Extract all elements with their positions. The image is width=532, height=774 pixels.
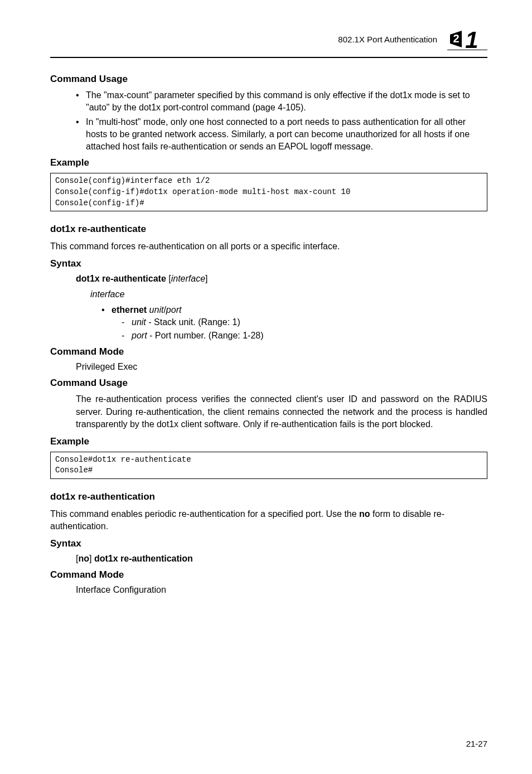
body-text: This command enables periodic re-authent…: [50, 508, 487, 533]
interface-label: interface: [50, 289, 487, 299]
header-title: 802.1X Port Authentication: [338, 35, 437, 44]
ethernet-unit: unit: [149, 305, 164, 315]
section-heading-example: Example: [50, 157, 487, 168]
list-item: ethernet unit/port unit - Stack unit. (R…: [101, 304, 487, 342]
port-label: port: [132, 331, 147, 340]
command-usage-list: The "max-count" parameter specified by t…: [50, 89, 487, 153]
body-text: This command forces re-authentication on…: [50, 240, 487, 253]
ethernet-keyword: ethernet: [112, 305, 147, 315]
interface-options-list: ethernet unit/port unit - Stack unit. (R…: [50, 304, 487, 342]
list-item: unit - Stack unit. (Range: 1): [122, 316, 487, 328]
ethernet-sublist: unit - Stack unit. (Range: 1) port - Por…: [112, 316, 487, 342]
syntax-command: dot1x re-authenticate: [76, 274, 166, 283]
unit-desc: - Stack unit. (Range: 1): [146, 317, 240, 327]
unit-label: unit: [132, 317, 146, 327]
list-item: The "max-count" parameter specified by t…: [76, 89, 487, 114]
list-item: In "multi-host" mode, only one host conn…: [76, 116, 487, 153]
syntax-no: no: [78, 554, 89, 563]
chapter-badge-icon: 2 1: [447, 28, 487, 50]
svg-text:1: 1: [465, 28, 478, 50]
page-header: 802.1X Port Authentication 2 1: [50, 28, 487, 50]
syntax-close-bracket: ]: [89, 554, 94, 563]
desc-no: no: [359, 509, 370, 519]
command-mode-value: Interface Configuration: [50, 585, 487, 595]
list-item: port - Port number. (Range: 1-28): [122, 330, 487, 342]
section-heading-command-mode: Command Mode: [50, 346, 487, 357]
syntax-line: [no] dot1x re-authentication: [50, 554, 487, 564]
syntax-arg: interface: [171, 274, 205, 283]
section-heading-reauthentication: dot1x re-authentication: [50, 491, 487, 502]
syntax-bracket: ]: [205, 274, 207, 283]
section-heading-command-usage: Command Usage: [50, 378, 487, 389]
section-heading-reauthenticate: dot1x re-authenticate: [50, 224, 487, 235]
desc-pre: This command enables periodic re-authent…: [50, 509, 359, 519]
section-heading-example: Example: [50, 436, 487, 447]
svg-text:2: 2: [453, 32, 459, 45]
command-mode-value: Privileged Exec: [50, 362, 487, 372]
section-heading-syntax: Syntax: [50, 258, 487, 269]
code-block: Console#dot1x re-authenticate Console#: [50, 452, 487, 479]
header-divider: [50, 57, 487, 58]
section-heading-command-usage: Command Usage: [50, 74, 487, 85]
syntax-command: dot1x re-authentication: [94, 554, 193, 563]
port-desc: - Port number. (Range: 1-28): [147, 331, 264, 340]
section-heading-command-mode: Command Mode: [50, 569, 487, 580]
command-usage-text: The re-authentication process verifies t…: [50, 393, 487, 430]
code-block: Console(config)#interface eth 1/2 Consol…: [50, 173, 487, 211]
page-number: 21-27: [466, 739, 487, 748]
section-heading-syntax: Syntax: [50, 538, 487, 549]
ethernet-port: port: [166, 305, 182, 315]
chapter-badge: 2 1: [447, 28, 487, 50]
syntax-line: dot1x re-authenticate [interface]: [50, 274, 487, 284]
